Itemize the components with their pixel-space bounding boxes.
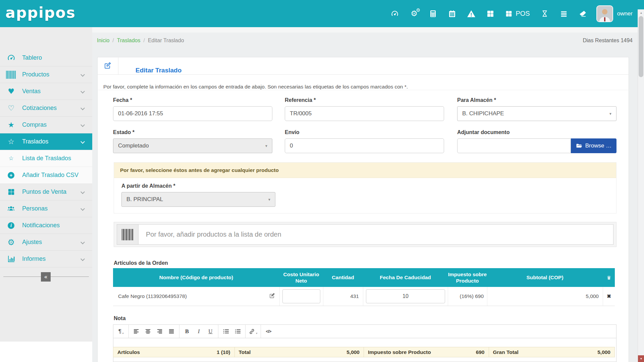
select-caret-icon: ▼: [268, 198, 271, 201]
unit-cost-input[interactable]: [282, 289, 320, 303]
breadcrumb-separator: /: [143, 38, 145, 43]
trash-icon: [603, 268, 615, 287]
field-envio: Envío: [285, 129, 444, 153]
envio-input[interactable]: [285, 138, 444, 153]
select-warehouse-notice: Por favor, seleccione éstos antes de agr…: [114, 163, 616, 178]
list-icon[interactable]: [559, 10, 568, 17]
browse-button[interactable]: Browse …: [571, 138, 616, 153]
summary-total: Total 5,000: [234, 347, 364, 357]
sidebar-item-informes[interactable]: Informes: [0, 251, 92, 267]
heart-outline-icon: ♡: [0, 105, 22, 112]
sidebar-item-traslados[interactable]: ☆ Traslados: [0, 133, 92, 150]
summary-value: 1 (10): [217, 349, 230, 355]
cogs-icon[interactable]: ⚙⚙: [410, 10, 418, 17]
field-label: Fecha *: [113, 97, 272, 103]
toolbar-group-link: ▾: [246, 325, 261, 338]
sidebar-item-label: Traslados: [22, 138, 48, 145]
fecha-input[interactable]: [113, 106, 272, 121]
dropdown-caret-icon: ▾: [256, 332, 257, 335]
adjuntar-file-input[interactable]: [457, 138, 571, 153]
chevron-down-icon: [80, 123, 85, 127]
sidebar-item-compras[interactable]: ★ Compras: [0, 117, 92, 133]
link-button[interactable]: ▾: [247, 325, 259, 338]
breadcrumb-traslados[interactable]: Traslados: [117, 38, 141, 43]
code-view-button[interactable]: </>: [263, 325, 274, 338]
user-name[interactable]: owner: [617, 10, 633, 17]
scrollbar-thumb[interactable]: [639, 16, 643, 77]
estado-select[interactable]: Completado ▼: [113, 138, 272, 153]
header-subtotal: Subtotal (COP): [487, 268, 603, 287]
toolbar-group-code: </>: [261, 325, 276, 338]
field-label: Adjuntar documento: [457, 129, 616, 135]
pos-label: POS: [516, 10, 530, 17]
italic-button[interactable]: I: [193, 325, 205, 338]
order-items-title: Artículos de la Orden: [114, 260, 168, 266]
breadcrumb-separator: /: [112, 38, 114, 43]
barcode-icon: [122, 229, 134, 240]
summary-label: Impuesto sobre Producto: [368, 349, 431, 355]
sidebar-item-anadir-traslado-csv[interactable]: + Añadir Traslado CSV: [0, 167, 92, 184]
para-almacen-select[interactable]: B. CHIPICHAPE ▼: [457, 106, 616, 121]
star-icon: ★: [0, 121, 22, 129]
selected-value: B. CHIPICHAPE: [462, 110, 504, 117]
page-title: Editar Traslado: [136, 67, 181, 74]
calendar-icon[interactable]: [448, 10, 457, 18]
delete-row-button[interactable]: ✖: [603, 287, 615, 306]
toolbar-group-align: [129, 325, 179, 338]
calculator-icon[interactable]: [429, 10, 437, 18]
origin-warehouse-select[interactable]: B. PRINCIPAL ▼: [121, 192, 275, 207]
header-qty: Cantidad: [323, 268, 363, 287]
bold-button[interactable]: B: [181, 325, 193, 338]
eraser-icon[interactable]: [579, 9, 587, 18]
align-right-button[interactable]: [154, 325, 166, 338]
header-unit-cost: Costo Unitario Neto: [279, 268, 323, 287]
sidebar-item-tablero[interactable]: Tablero: [0, 50, 92, 66]
sidebar-item-lista-de-traslados[interactable]: ☆ Lista de Traslados: [0, 150, 92, 167]
referencia-input[interactable]: [285, 106, 444, 121]
product-name: Cafe Negro (1139206495378): [118, 293, 187, 299]
sidebar-item-productos[interactable]: Productos: [0, 66, 92, 83]
pos-button[interactable]: POS: [505, 10, 530, 17]
sidebar-collapse-button[interactable]: «: [41, 272, 51, 282]
sidebar-item-notificaciones[interactable]: i Notificaciones: [0, 217, 92, 234]
header-tax: Impuesto sobre Producto: [448, 268, 487, 287]
expiry-input[interactable]: [366, 289, 445, 303]
dashboard-gauge-icon[interactable]: [390, 9, 399, 18]
note-editor-toolbar: ¶▾ B I U ▾ </>: [113, 324, 616, 338]
toolbar-group-lists: [218, 325, 246, 338]
field-fecha: Fecha *: [113, 97, 272, 121]
selected-value: Completado: [118, 142, 149, 149]
sidebar-item-puntos-de-venta[interactable]: Puntos de Venta: [0, 184, 92, 200]
chevron-down-icon: [80, 106, 85, 110]
product-search-input[interactable]: [138, 224, 613, 245]
scroll-up-arrow-icon[interactable]: ▲: [638, 9, 644, 16]
hourglass-icon[interactable]: [540, 9, 549, 18]
edit-product-icon[interactable]: [269, 292, 275, 300]
summary-articulos: Artículos 1 (10): [113, 347, 234, 357]
warning-icon[interactable]: [467, 9, 476, 18]
underline-button[interactable]: U: [205, 325, 216, 338]
unordered-list-button[interactable]: [220, 325, 232, 338]
pos-grid-icon: [505, 10, 513, 17]
apps-grid-icon[interactable]: [486, 10, 495, 18]
user-avatar[interactable]: [596, 5, 613, 22]
qty-value: 431: [323, 287, 363, 306]
align-left-button[interactable]: [130, 325, 142, 338]
chevron-down-icon: [80, 190, 85, 194]
paragraph-style-button[interactable]: ¶▾: [115, 325, 127, 338]
align-justify-button[interactable]: [166, 325, 177, 338]
ordered-list-button[interactable]: [232, 325, 244, 338]
scroll-down-arrow-icon[interactable]: ▼: [638, 355, 644, 362]
sidebar-item-label: Puntos de Venta: [22, 188, 66, 195]
navbar-icon-group: ⚙⚙ POS owner: [380, 0, 633, 27]
app-logo[interactable]: appipos: [5, 4, 76, 21]
sidebar-item-ajustes[interactable]: ⚙ Ajustes: [0, 234, 92, 251]
breadcrumb-inicio[interactable]: Inicio: [97, 38, 109, 43]
sidebar-item-personas[interactable]: Personas: [0, 200, 92, 217]
edit-pencil-square-icon: [103, 61, 112, 71]
gauge-icon: [0, 53, 22, 62]
scrollbar[interactable]: ▲ ▼: [638, 9, 644, 362]
align-center-button[interactable]: [142, 325, 154, 338]
sidebar-item-cotizaciones[interactable]: ♡ Cotizaciones: [0, 100, 92, 117]
sidebar-item-ventas[interactable]: ♥ Ventas: [0, 83, 92, 100]
